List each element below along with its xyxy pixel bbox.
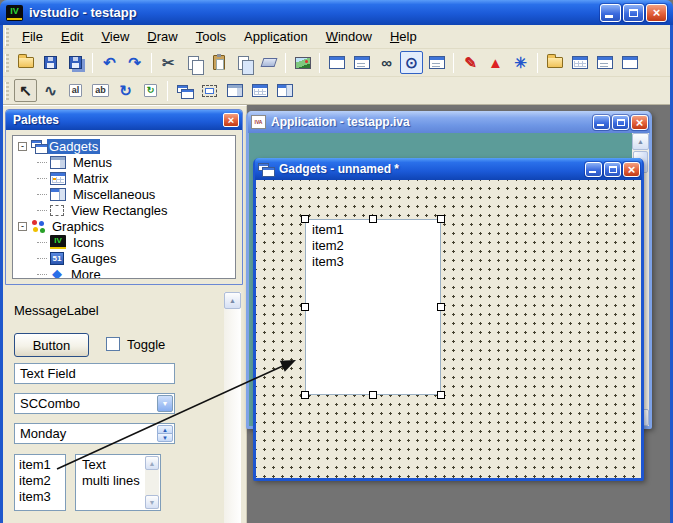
label-button[interactable]: al <box>64 79 87 102</box>
tree-item-menus[interactable]: Menus <box>15 154 233 170</box>
paste-button[interactable] <box>207 51 230 74</box>
application-titlebar[interactable]: Application - testapp.iva <box>248 111 650 133</box>
reload-button[interactable]: ↻ <box>139 79 162 102</box>
spinner-down-icon[interactable] <box>157 433 173 442</box>
combo-dropdown-icon[interactable] <box>157 395 173 412</box>
palettes-close-button[interactable] <box>223 113 239 127</box>
resize-handle-middle-right[interactable] <box>437 303 445 311</box>
tree-item-icons[interactable]: Icons <box>15 234 233 250</box>
focus-rect-button[interactable] <box>198 79 221 102</box>
list-item[interactable]: item1 <box>312 222 434 238</box>
menus-palette-button[interactable] <box>223 79 246 102</box>
list-sample[interactable]: item1item2item3 <box>14 454 66 511</box>
textarea-scrollbar[interactable] <box>145 456 159 509</box>
canvas-list-widget[interactable]: item1item2item3 <box>305 219 441 395</box>
gadgets-close-button[interactable] <box>623 162 640 177</box>
tree-item-more[interactable]: More <box>15 266 233 279</box>
gadgets-palette-button[interactable] <box>173 79 196 102</box>
combo-sample[interactable]: SCCombo <box>14 393 175 414</box>
resize-handle-bottom-left[interactable] <box>301 391 309 399</box>
spinner-sample[interactable]: Monday <box>14 423 175 444</box>
button-sample[interactable]: Button <box>14 333 89 357</box>
palettes-titlebar[interactable]: Palettes <box>6 110 242 130</box>
menu-file[interactable]: File <box>13 25 52 48</box>
duplicate-button[interactable] <box>232 51 255 74</box>
resize-handle-top-middle[interactable] <box>369 215 377 223</box>
warnings-button[interactable]: ▲ <box>484 51 507 74</box>
resize-handle-top-left[interactable] <box>301 215 309 223</box>
menu-draw[interactable]: Draw <box>138 25 186 48</box>
tree-item-gauges[interactable]: Gauges <box>15 250 233 266</box>
select-button[interactable]: ↖ <box>14 79 37 102</box>
list-item[interactable]: item2 <box>19 473 61 489</box>
resize-handle-bottom-middle[interactable] <box>369 391 377 399</box>
list-item[interactable]: Text <box>82 457 142 473</box>
rotate-button[interactable]: ↻ <box>114 79 137 102</box>
toggle-checkbox[interactable] <box>106 337 120 351</box>
menu-edit[interactable]: Edit <box>52 25 92 48</box>
tree-item-miscellaneous[interactable]: Miscellaneous <box>15 186 233 202</box>
gadgets-maximize-button[interactable] <box>604 162 621 177</box>
save-all-button[interactable] <box>64 51 87 74</box>
message-label-sample[interactable]: MessageLabel <box>14 303 99 318</box>
spline-button[interactable]: ∿ <box>39 79 62 102</box>
undo-button[interactable]: ↶ <box>98 51 121 74</box>
app-minimize-button[interactable] <box>593 115 610 130</box>
menubar-gripper[interactable] <box>5 28 9 46</box>
main-titlebar[interactable]: ivstudio - testapp <box>0 0 673 25</box>
toolbar1-gripper[interactable] <box>5 54 9 72</box>
scroll-down-icon[interactable] <box>145 495 159 509</box>
palette-scroll-up-icon[interactable] <box>224 292 241 309</box>
tree-expander-icon[interactable]: - <box>18 142 27 151</box>
app-maximize-button[interactable] <box>612 115 629 130</box>
close-button[interactable] <box>646 4 667 22</box>
gadgets-titlebar[interactable]: Gadgets - unnamed * <box>255 158 642 180</box>
maximize-button[interactable] <box>623 4 644 22</box>
save-button[interactable] <box>39 51 62 74</box>
open-button[interactable] <box>14 51 37 74</box>
multiline-label-button[interactable]: ab <box>89 79 112 102</box>
palette-scrollbar[interactable] <box>224 292 241 523</box>
erase-button[interactable] <box>257 51 280 74</box>
form-inspector-button[interactable] <box>350 51 373 74</box>
redo-button[interactable]: ↷ <box>123 51 146 74</box>
details-button[interactable] <box>425 51 448 74</box>
list-item[interactable]: item3 <box>19 489 61 505</box>
list-item[interactable]: item3 <box>312 254 434 270</box>
panel-preview-button[interactable] <box>325 51 348 74</box>
misc-palette-button[interactable] <box>273 79 296 102</box>
window-edit-button[interactable] <box>593 51 616 74</box>
palette-grid-button[interactable] <box>568 51 591 74</box>
window-find-button[interactable] <box>618 51 641 74</box>
find-button[interactable]: ∞ <box>375 51 398 74</box>
menu-tools[interactable]: Tools <box>187 25 235 48</box>
edit-note-button[interactable]: ✎ <box>459 51 482 74</box>
menu-view[interactable]: View <box>92 25 138 48</box>
gadgets-minimize-button[interactable] <box>585 162 602 177</box>
menu-application[interactable]: Application <box>235 25 317 48</box>
scroll-up-icon[interactable] <box>145 456 159 470</box>
textarea-sample[interactable]: Textmulti lines <box>75 454 161 511</box>
toggle-label[interactable]: Toggle <box>127 337 165 352</box>
list-item[interactable]: multi lines <box>82 473 142 489</box>
open-panel-button[interactable] <box>543 51 566 74</box>
copy-button[interactable] <box>182 51 205 74</box>
tree-expander-icon[interactable]: - <box>18 222 27 231</box>
matrix-palette-button[interactable] <box>248 79 271 102</box>
list-item[interactable]: item1 <box>19 457 61 473</box>
design-canvas[interactable]: item1item2item3 <box>256 180 641 478</box>
menu-help[interactable]: Help <box>381 25 426 48</box>
debug-button[interactable]: ✳ <box>509 51 532 74</box>
resize-handle-bottom-right[interactable] <box>437 391 445 399</box>
resize-handle-middle-left[interactable] <box>301 303 309 311</box>
app-scroll-up-icon[interactable] <box>632 133 649 150</box>
cut-button[interactable]: ✂ <box>157 51 180 74</box>
minimize-button[interactable] <box>600 4 621 22</box>
resize-handle-top-right[interactable] <box>437 215 445 223</box>
text-field-sample[interactable]: Text Field <box>14 363 175 384</box>
menu-window[interactable]: Window <box>317 25 381 48</box>
tree-item-graphics[interactable]: -Graphics <box>15 218 233 234</box>
app-close-button[interactable] <box>631 115 648 130</box>
list-item[interactable]: item2 <box>312 238 434 254</box>
tree-item-view-rectangles[interactable]: View Rectangles <box>15 202 233 218</box>
